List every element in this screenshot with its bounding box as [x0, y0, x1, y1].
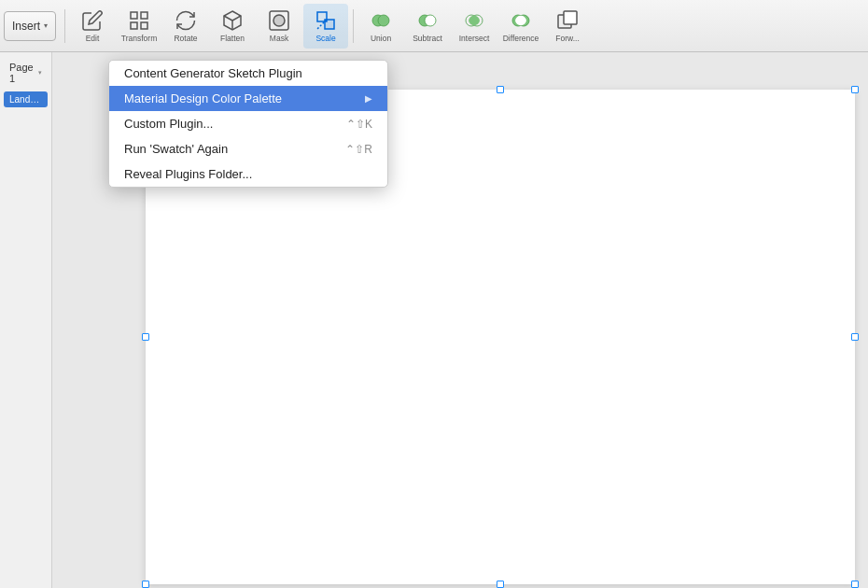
- toolbar-divider-1: [64, 9, 65, 43]
- handle-bot-mid[interactable]: [497, 581, 504, 588]
- transform-icon: [128, 9, 150, 32]
- intersect-icon: [463, 9, 485, 32]
- forward-label: Forw...: [555, 34, 580, 43]
- subtract-icon: [416, 9, 439, 32]
- handle-mid-right[interactable]: [851, 333, 859, 341]
- difference-button[interactable]: Difference: [498, 4, 543, 49]
- transform-label: Transform: [121, 34, 157, 43]
- menu-item-content-gen-label: Content Generator Sketch Plugin: [124, 66, 302, 80]
- page-item[interactable]: Page 1 ▾: [6, 60, 46, 86]
- dropdown-menu: Content Generator Sketch Plugin Material…: [108, 60, 388, 188]
- scale-icon: [315, 9, 337, 32]
- flatten-icon: [221, 9, 244, 32]
- subtract-label: Subtract: [413, 34, 442, 43]
- left-sidebar: Page 1 ▾ Lands...: [0, 52, 52, 588]
- handle-top-mid[interactable]: [497, 86, 504, 93]
- intersect-button[interactable]: Intersect: [452, 4, 497, 49]
- insert-button[interactable]: Insert ▾: [4, 11, 56, 41]
- handle-bot-right[interactable]: [851, 581, 859, 588]
- insert-arrow: ▾: [44, 21, 48, 30]
- page-section: Page 1 ▾: [0, 56, 51, 90]
- menu-item-reveal-plugins[interactable]: Reveal Plugins Folder...: [109, 161, 387, 187]
- scale-label: Scale: [315, 34, 335, 43]
- insert-label: Insert: [12, 20, 40, 33]
- forward-icon: [556, 9, 579, 32]
- menu-item-custom-plugin-label: Custom Plugin...: [124, 117, 213, 131]
- menu-item-material-design-label: Material Design Color Palette: [124, 91, 282, 105]
- toolbar-divider-2: [353, 9, 354, 43]
- menu-item-run-swatch-shortcut: ⌃⇧R: [345, 143, 372, 156]
- layer-label: Lands...: [9, 94, 43, 105]
- toolbar: Insert ▾ Edit Transform: [0, 0, 868, 52]
- handle-mid-left[interactable]: [142, 333, 149, 341]
- menu-item-custom-plugin-shortcut: ⌃⇧K: [346, 118, 372, 131]
- union-label: Union: [371, 34, 391, 43]
- svg-rect-3: [131, 22, 137, 29]
- submenu-arrow-1: ▶: [365, 93, 372, 104]
- main-area: Page 1 ▾ Lands... Content Generator Sket…: [0, 52, 868, 588]
- handle-bot-left[interactable]: [142, 581, 149, 588]
- union-icon: [370, 9, 392, 32]
- mask-button[interactable]: Mask: [257, 4, 301, 49]
- menu-item-content-gen[interactable]: Content Generator Sketch Plugin: [109, 61, 387, 86]
- intersect-label: Intersect: [459, 34, 490, 43]
- handle-top-right[interactable]: [851, 86, 859, 93]
- layer-item[interactable]: Lands...: [4, 91, 48, 107]
- mask-label: Mask: [270, 34, 288, 43]
- svg-point-13: [378, 15, 389, 26]
- menu-item-reveal-plugins-label: Reveal Plugins Folder...: [124, 167, 252, 181]
- scale-button[interactable]: Scale: [303, 4, 348, 49]
- mask-icon: [268, 9, 290, 32]
- menu-item-run-swatch-label: Run 'Swatch' Again: [124, 142, 228, 156]
- difference-label: Difference: [503, 34, 539, 43]
- page-arrow: ▾: [38, 69, 42, 77]
- edit-button[interactable]: Edit: [70, 4, 115, 49]
- rotate-button[interactable]: Rotate: [163, 4, 208, 49]
- subtract-button[interactable]: Subtract: [405, 4, 450, 49]
- union-button[interactable]: Union: [358, 4, 403, 49]
- edit-label: Edit: [86, 34, 100, 43]
- toolbar-left: Insert ▾ Edit Transform: [4, 4, 590, 49]
- menu-item-run-swatch[interactable]: Run 'Swatch' Again ⌃⇧R: [109, 136, 387, 161]
- svg-rect-21: [564, 11, 577, 24]
- rotate-label: Rotate: [174, 34, 197, 43]
- flatten-label: Flatten: [220, 34, 245, 43]
- menu-item-material-design[interactable]: Material Design Color Palette ▶: [109, 86, 387, 111]
- svg-line-4: [232, 16, 241, 21]
- transform-button[interactable]: Transform: [117, 4, 161, 49]
- svg-rect-1: [141, 12, 147, 19]
- forward-button[interactable]: Forw...: [545, 4, 590, 49]
- difference-icon: [510, 9, 532, 32]
- svg-rect-0: [131, 12, 137, 19]
- flatten-button[interactable]: Flatten: [210, 4, 255, 49]
- svg-rect-2: [141, 22, 147, 29]
- page-label: Page 1: [9, 62, 35, 84]
- menu-item-custom-plugin[interactable]: Custom Plugin... ⌃⇧K: [109, 111, 387, 136]
- rotate-icon: [175, 9, 197, 32]
- svg-line-5: [224, 16, 232, 21]
- svg-point-15: [425, 15, 436, 26]
- edit-icon: [81, 9, 104, 32]
- canvas-area[interactable]: Content Generator Sketch Plugin Material…: [52, 52, 868, 588]
- svg-point-8: [273, 15, 285, 26]
